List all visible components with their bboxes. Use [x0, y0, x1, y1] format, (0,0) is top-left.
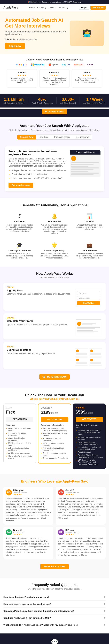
- mock-submit-btn: Sign Up Now: [77, 301, 100, 305]
- nav-link-company[interactable]: Company: [37, 6, 46, 9]
- check-icon-2: ✓: [9, 177, 10, 180]
- engineers-section: Engineers Who Leverage ApplyPass Say: RD…: [0, 474, 109, 578]
- nav-link-home[interactable]: Home: [29, 6, 35, 9]
- mock-app-line: [76, 353, 87, 354]
- faq-question-text-0: How does the ApplyPass technology work?: [4, 596, 49, 598]
- step-label-0: STEP #1: [7, 286, 102, 288]
- mock-app-dot: [90, 359, 93, 362]
- mock-app-dot: [76, 350, 79, 352]
- faq-question-0[interactable]: How does the ApplyPass technology work? …: [4, 596, 105, 598]
- how-cta-button[interactable]: GET MORE INTERVIEWS: [39, 374, 70, 380]
- faq-question-text-3: Can I use ApplyPass if I am outside the …: [4, 617, 51, 619]
- plan-price-momentum: $199/month: [41, 410, 68, 415]
- faq-question-text-1: How long does it take does the free tria…: [4, 603, 51, 605]
- plan-includes-momentum: Everything in Basic, plus:: [41, 424, 68, 426]
- engineer-card-3: KP K Poopal Software Engineer ★★★★★ I wa…: [56, 527, 105, 559]
- mock-email-field: Email Address: [77, 296, 100, 300]
- faq-question-3[interactable]: Can I use ApplyPass if I am outside the …: [4, 616, 105, 619]
- applications-mock: [75, 348, 102, 366]
- engineers-cta-button[interactable]: START YOUR 14 DAYS: [40, 564, 68, 569]
- step-text-2: Submit Applications Get matched and auto…: [7, 348, 72, 354]
- nav-actions: Log In Get Started: [79, 6, 105, 10]
- mock-app-card: [75, 358, 88, 366]
- hero-headline: Automated Job Search AI Get More Intervi…: [5, 17, 66, 29]
- step-label-1: STEP #2: [7, 317, 102, 319]
- benefit-title-5: Get Interviews: [75, 249, 104, 252]
- plan-feature: ATS keyword optimization: [6, 452, 33, 454]
- plan-name-momentum: MOMENTUM: [41, 407, 68, 409]
- testimonial-name-2: Vithu T.: [74, 72, 100, 74]
- stat-number-1: 40%: [32, 97, 53, 102]
- nav-link-pricing[interactable]: Pricing: [49, 6, 55, 9]
- mock-app-line: [76, 354, 87, 355]
- chat-icon: 💬: [4, 638, 105, 644]
- pricing-heading: Unlock The Door To Your Dream Job: [4, 393, 105, 397]
- tab-get-interviews[interactable]: Get Interviews: [73, 135, 92, 140]
- resume-line: [71, 164, 93, 165]
- step-card-2: STEP #3 Submit Applications Get matched …: [4, 342, 105, 369]
- faq-question-4[interactable]: What should I do if ApplyPass doesn't wo…: [4, 624, 105, 626]
- resume-line: [71, 171, 88, 172]
- mock-name-field: Full Name: [77, 291, 100, 295]
- engineers-grid: RD R Dauphin Software Engineer ★★★★★ I h…: [4, 487, 105, 559]
- hero-left: Automated Job Search AI Get More Intervi…: [5, 17, 66, 49]
- engineer-title-1: Software Engineer: [65, 492, 79, 493]
- testimonial-2: Vithu T. ★★★★★ "Thanks to the team at Ap…: [72, 69, 102, 88]
- benefits-section: Benefits Of Automating Job Applications …: [0, 198, 109, 267]
- cta-section: 💬 Want to Learn More? https://www.youtub…: [0, 634, 109, 644]
- resume-mock-header: Professional Resume: [70, 150, 100, 154]
- benefit-desc-4: 85% of applicants never finish a job app…: [40, 253, 69, 259]
- plan-btn-momentum[interactable]: GET STARTED: [41, 417, 68, 422]
- plan-btn-premium[interactable]: GET STARTED: [76, 417, 103, 422]
- get-started-button[interactable]: Get Started: [90, 6, 105, 10]
- engineer-header-1: CD Carroll D. Software Engineer ★★★★★: [58, 489, 103, 496]
- step-card-1: STEP #2 Complete Your Profile Upload you…: [4, 313, 105, 340]
- plan-price-premium: $599/month: [76, 410, 103, 415]
- stats-bar-cta[interactable]: 14-Day Free Access: [42, 109, 67, 114]
- engineer-info-3: K Poopal Software Engineer ★★★★★: [65, 529, 79, 536]
- benefit-icon-5: 💼: [75, 242, 104, 248]
- tab-resume-tune[interactable]: Resume Tune: [17, 135, 36, 140]
- engineers-cta-wrap: START YOUR 14 DAYS: [4, 562, 105, 569]
- faq-item-1: How long does it take does the free tria…: [4, 600, 105, 608]
- faq-item-2: Can ApplyPass help with my resume, Linke…: [4, 608, 105, 614]
- faq-item-4: What should I do if ApplyPass doesn't wo…: [4, 622, 105, 628]
- benefit-title-3: Leverage Experience: [5, 249, 34, 252]
- plan-price-basic: Free: [6, 410, 33, 415]
- plan-feature: Match applicants per listing sources: [6, 442, 33, 446]
- engineer-name-0: R Dauphin: [13, 489, 27, 492]
- step-visual-0: Full Name Email Address Sign Up Now: [75, 289, 102, 307]
- faq-question-1[interactable]: How long does it take does the free tria…: [4, 602, 105, 605]
- mock-app-card: [75, 348, 88, 356]
- tab-track-apps[interactable]: Track Applications: [51, 135, 73, 140]
- login-button[interactable]: Log In: [79, 6, 89, 10]
- engineer-info-1: Carroll D. Software Engineer ★★★★★: [65, 489, 79, 496]
- resume-feature-cta[interactable]: Get interviews now: [9, 182, 33, 188]
- step-desc-1: Upload your resume and complete your job…: [7, 323, 72, 326]
- plan-feature: Access from Findings within 24 hours: [76, 436, 103, 440]
- how-subtitle: Get Interviews in 3 Simple Steps: [4, 276, 105, 279]
- tab-save-time[interactable]: Save Time: [36, 135, 51, 140]
- plan-feature: Includes Momentum with TITLE application…: [41, 428, 68, 432]
- hero-cta-button[interactable]: Apply now: [5, 43, 25, 49]
- testimonial-text-1: "Thank you for the continued support, Ap…: [42, 77, 68, 85]
- resume-feature-heading: Truly optimized resumes for software eng…: [9, 150, 66, 156]
- faq-heading: Frequently Asked Questions: [4, 583, 105, 587]
- step-content-2: Submit Applications Get matched and auto…: [7, 348, 102, 366]
- resume-mock-body: [70, 154, 100, 177]
- step-card-0: STEP #1 Sign Up Now Enter your name and …: [4, 283, 105, 310]
- faq-question-2[interactable]: Can ApplyPass help with my resume, Linke…: [4, 610, 105, 612]
- stat-label-2: Job Offers Received: [60, 102, 76, 104]
- nav-link-community[interactable]: Community: [58, 6, 68, 9]
- plan-feature: Job application tracking & optimization: [41, 447, 68, 451]
- plan-btn-basic[interactable]: GET STARTED: [6, 417, 33, 422]
- top-banner: 🎉 Limited time: Save more, Innovate up t…: [0, 0, 109, 4]
- engineer-text-3: I wanted to express my gratitude for thi…: [58, 537, 103, 556]
- plan-includes-basic: Free plan:: [6, 424, 33, 426]
- step-text-1: Complete Your Profile Upload your resume…: [7, 320, 72, 326]
- chevron-down-icon-3: ▼: [103, 616, 105, 619]
- pricing-subtitle: Get More Interviews with Elite Offer wit…: [4, 398, 105, 400]
- mock-app-card: [89, 358, 102, 366]
- plan-includes-premium: Everything in Momentum, plus:: [76, 424, 103, 428]
- stat-item-3: 1 / Week Avg. Interviews Per Engineer: [83, 97, 105, 104]
